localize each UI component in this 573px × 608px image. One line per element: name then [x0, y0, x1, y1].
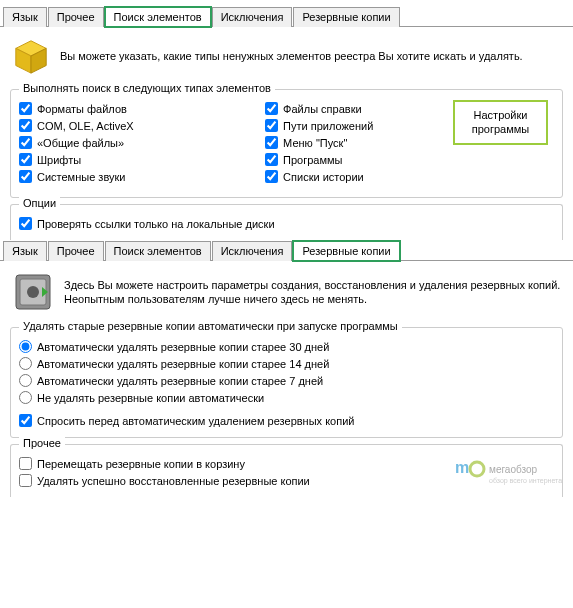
- cb-programs[interactable]: [265, 153, 278, 166]
- cb-history-row[interactable]: Списки истории: [265, 168, 511, 185]
- cb-sounds-label: Системные звуки: [37, 171, 125, 183]
- tab2-backups[interactable]: Резервные копии: [293, 241, 399, 261]
- cb-paths-label: Пути приложений: [283, 120, 373, 132]
- cb-localonly-label: Проверять ссылки только на локальные дис…: [37, 218, 275, 230]
- tab2-exclusions[interactable]: Исключения: [212, 241, 293, 261]
- cb-programs-row[interactable]: Программы: [265, 151, 511, 168]
- group-search-types-legend: Выполнять поиск в следующих типах элемен…: [19, 82, 275, 94]
- r14-row[interactable]: Автоматически удалять резервные копии ст…: [19, 355, 554, 372]
- radio-nodelete[interactable]: [19, 391, 32, 404]
- r7-label: Автоматически удалять резервные копии ст…: [37, 375, 323, 387]
- cb-delok-label: Удалять успешно восстановленные резервны…: [37, 475, 310, 487]
- tab2-language[interactable]: Язык: [3, 241, 47, 261]
- tab-search-elements[interactable]: Поиск элементов: [105, 7, 211, 27]
- cb-com-label: COM, OLE, ActiveX: [37, 120, 134, 132]
- tab-other[interactable]: Прочее: [48, 7, 104, 27]
- radio-14days[interactable]: [19, 357, 32, 370]
- tab-language[interactable]: Язык: [3, 7, 47, 27]
- intro-row: Вы можете указать, какие типы ненужных э…: [0, 27, 573, 83]
- cb-fonts[interactable]: [19, 153, 32, 166]
- r14-label: Автоматически удалять резервные копии ст…: [37, 358, 329, 370]
- group-options: Опции Проверять ссылки только на локальн…: [10, 204, 563, 240]
- cb-shared-label: «Общие файлы»: [37, 137, 124, 149]
- intro-text: Вы можете указать, какие типы ненужных э…: [60, 49, 523, 63]
- tab2-search-elements[interactable]: Поиск элементов: [105, 241, 211, 261]
- svg-text:мегаобзор: мегаобзор: [489, 464, 538, 475]
- cb-trash-label: Перемещать резервные копии в корзину: [37, 458, 245, 470]
- cb-trash[interactable]: [19, 457, 32, 470]
- svg-point-5: [27, 286, 39, 298]
- cb-sounds[interactable]: [19, 170, 32, 183]
- program-settings-button[interactable]: Настройки программы: [453, 100, 548, 145]
- svg-text:обзор всего интернета: обзор всего интернета: [489, 477, 562, 485]
- cb-history-label: Списки истории: [283, 171, 364, 183]
- cb-ask[interactable]: [19, 414, 32, 427]
- cb-ask-row[interactable]: Спросить перед автоматическим удалением …: [19, 412, 554, 429]
- watermark: m мегаобзор обзор всего интернета: [455, 459, 565, 489]
- cb-help-label: Файлы справки: [283, 103, 362, 115]
- cb-localonly[interactable]: [19, 217, 32, 230]
- tab-backups[interactable]: Резервные копии: [293, 7, 399, 27]
- cb-startmenu[interactable]: [265, 136, 278, 149]
- cb-help[interactable]: [265, 102, 278, 115]
- radio-30days[interactable]: [19, 340, 32, 353]
- cb-file-formats[interactable]: [19, 102, 32, 115]
- cb-fonts-label: Шрифты: [37, 154, 81, 166]
- cb-history[interactable]: [265, 170, 278, 183]
- safe-icon: [12, 271, 54, 313]
- tabs-pane2: Язык Прочее Поиск элементов Исключения Р…: [0, 240, 573, 261]
- cb-file-formats-row[interactable]: Форматы файлов: [19, 100, 265, 117]
- tab-exclusions[interactable]: Исключения: [212, 7, 293, 27]
- rno-label: Не удалять резервные копии автоматически: [37, 392, 264, 404]
- cb-programs-label: Программы: [283, 154, 342, 166]
- group-other2-legend: Прочее: [19, 437, 65, 449]
- group-options-legend: Опции: [19, 197, 60, 209]
- cb-ask-label: Спросить перед автоматическим удалением …: [37, 415, 354, 427]
- group-search-types: Выполнять поиск в следующих типах элемен…: [10, 89, 563, 198]
- tabs-pane1: Язык Прочее Поиск элементов Исключения Р…: [0, 6, 573, 27]
- cb-delok[interactable]: [19, 474, 32, 487]
- rno-row[interactable]: Не удалять резервные копии автоматически: [19, 389, 554, 406]
- cb-fonts-row[interactable]: Шрифты: [19, 151, 265, 168]
- tab2-other[interactable]: Прочее: [48, 241, 104, 261]
- intro2-row: Здесь Вы можете настроить параметры созд…: [0, 261, 573, 321]
- cb-shared-row[interactable]: «Общие файлы»: [19, 134, 265, 151]
- cb-paths[interactable]: [265, 119, 278, 132]
- cb-com-row[interactable]: COM, OLE, ActiveX: [19, 117, 265, 134]
- group-autodelete: Удалять старые резервные копии автоматич…: [10, 327, 563, 438]
- cb-shared[interactable]: [19, 136, 32, 149]
- cb-localonly-row[interactable]: Проверять ссылки только на локальные дис…: [19, 215, 554, 232]
- cb-com[interactable]: [19, 119, 32, 132]
- r7-row[interactable]: Автоматически удалять резервные копии ст…: [19, 372, 554, 389]
- intro2-text: Здесь Вы можете настроить параметры созд…: [64, 278, 561, 307]
- group-autodelete-legend: Удалять старые резервные копии автоматич…: [19, 320, 402, 332]
- r30-label: Автоматически удалять резервные копии ст…: [37, 341, 329, 353]
- box-icon: [12, 37, 50, 75]
- cb-sounds-row[interactable]: Системные звуки: [19, 168, 265, 185]
- cb-startmenu-label: Меню "Пуск": [283, 137, 347, 149]
- cb-file-formats-label: Форматы файлов: [37, 103, 127, 115]
- svg-point-7: [470, 462, 484, 476]
- svg-text:m: m: [455, 459, 469, 476]
- r30-row[interactable]: Автоматически удалять резервные копии ст…: [19, 338, 554, 355]
- radio-7days[interactable]: [19, 374, 32, 387]
